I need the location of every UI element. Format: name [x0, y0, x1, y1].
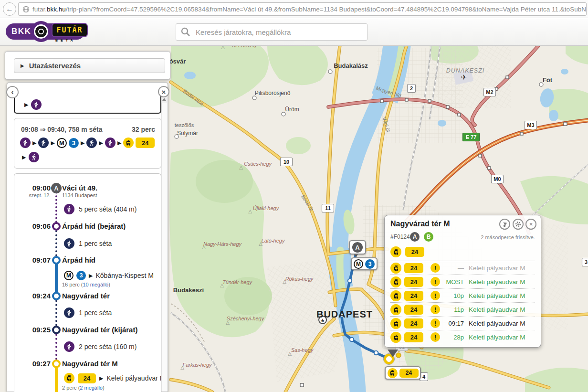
map-label: Újlaki-hegy: [253, 205, 280, 211]
leg-duration: 2 perc (: [62, 385, 80, 391]
popup-routes-row[interactable]: 24: [385, 244, 541, 261]
departure-destination: Keleti pályaudvar M: [469, 334, 525, 341]
then-arrow-icon: ▶: [117, 140, 121, 146]
leg-duration: 16 perc (: [62, 282, 83, 287]
departure-row[interactable]: 24 ! 11p Keleti pályaudvar M: [390, 303, 535, 317]
route-badge: 24: [404, 277, 423, 287]
departure-time: 11p: [440, 306, 464, 313]
close-icon[interactable]: ×: [525, 219, 536, 230]
stop-date: szept. 12.: [16, 192, 51, 198]
svg-text:10: 10: [284, 159, 289, 165]
stops-count-link[interactable]: 2 megálló: [80, 385, 103, 391]
alert-icon: !: [430, 263, 440, 273]
gear-icon[interactable]: [513, 219, 524, 230]
road-shield: 10: [281, 158, 293, 166]
map-label: Fót: [543, 76, 553, 84]
metro-line-3-icon: 3: [69, 138, 79, 148]
road-shield: E 77: [463, 133, 480, 141]
tram-icon: [390, 318, 401, 329]
map-label: Üröm: [285, 106, 299, 113]
leg-metro: M 3 ▶ Kőbánya-Kispest M: [64, 271, 154, 280]
stop-marker: [52, 360, 61, 368]
town-marker: [282, 112, 285, 116]
walk-transfer-icon: [64, 238, 74, 249]
logo-bkk-text: BKK: [11, 27, 31, 36]
svg-text:E 77: E 77: [466, 134, 477, 140]
trip-planner-panel: ▶ Utazástervezés: [5, 51, 170, 80]
then-arrow-icon: ▶: [24, 102, 28, 108]
stop-name: Váci út 49.: [62, 184, 97, 192]
toward-arrow-icon: ▶: [99, 375, 103, 381]
browser-back-button[interactable]: ←: [3, 2, 16, 16]
scrollbar[interactable]: [161, 96, 167, 392]
map-marker-a[interactable]: A: [349, 240, 366, 254]
url-prefix: futar.: [32, 6, 47, 13]
trip-planner-expander[interactable]: ▶ Utazástervezés: [14, 58, 165, 73]
leg-tram: 24 ▶ Keleti pályaudvar M: [64, 373, 161, 383]
svg-text:4: 4: [422, 374, 426, 380]
popup-title: Nagyvárad tér M: [390, 220, 450, 228]
trip-planner-title: Utazástervezés: [29, 62, 81, 70]
leg-text: 1 perc séta: [79, 309, 112, 317]
stop-name: Nagyvárad tér: [62, 292, 110, 300]
itinerary-option[interactable]: 09:08 ⇒ 09:40, 758 m séta 32 perc ▶ ▶ M …: [14, 118, 161, 169]
leg-destination: Keleti pályaudvar M: [106, 374, 161, 382]
road-shield: 3: [582, 258, 588, 266]
stop-name: Nagyvárad tér (kijárat): [62, 326, 137, 334]
departure-destination: Keleti pályaudvar M: [469, 320, 525, 327]
map-label: Budakalász: [334, 62, 368, 69]
leg-walk: 1 perc séta: [64, 307, 112, 318]
stop-name: Nagyvárad tér M: [62, 360, 118, 368]
stop-time: 09:07: [16, 256, 51, 264]
departure-row[interactable]: 24 ! 09:17 Keleti pályaudvar M: [390, 317, 535, 330]
stop-marker: [52, 326, 61, 334]
map-label: Budakeszi: [173, 286, 204, 294]
leg-details: 16 perc (10 megálló): [62, 282, 110, 287]
alert-icon: !: [430, 291, 440, 300]
stop-time: 09:06: [16, 222, 51, 230]
town-marker: [252, 96, 256, 100]
departure-row[interactable]: 24 ! MOST Keleti pályaudvar M: [390, 275, 535, 289]
map-label: Sas-hegy: [291, 347, 314, 353]
popup-pointer: [388, 350, 398, 357]
walk-icon: [29, 152, 39, 162]
search-input[interactable]: [195, 28, 367, 37]
departure-time: 09:17: [440, 320, 464, 327]
departure-row[interactable]: 24 ! 10p Keleti pályaudvar M: [390, 289, 535, 303]
hill-peak-icon: △: [248, 209, 252, 214]
route-badge: 24: [404, 263, 423, 273]
origin-marker: A: [51, 183, 62, 193]
stop-marker: [52, 222, 61, 231]
option-duration: 32 perc: [132, 126, 155, 133]
stop-name: Árpád híd: [62, 256, 95, 264]
hill-peak-icon: △: [239, 165, 243, 170]
wave-icon[interactable]: [499, 219, 510, 230]
logo-futar-text: FUTÁR: [52, 23, 88, 37]
itinerary-option-selected[interactable]: ▶: [14, 95, 161, 114]
stop-time: 09:27: [16, 360, 51, 368]
stops-count-link[interactable]: 10 megálló: [83, 282, 108, 287]
departure-row[interactable]: 24 ! 28p Keleti pályaudvar M: [390, 330, 535, 344]
departure-destination: Keleti pályaudvar M: [469, 306, 525, 313]
timeline-walk-segment: [55, 188, 57, 226]
itinerary-timeline: 09:00 szept. 12. A Váci út 49. 1134 Buda…: [14, 173, 161, 392]
back-button[interactable]: ‹: [6, 86, 19, 98]
walk-icon: [31, 99, 42, 110]
departure-row[interactable]: 24 ! — Keleti pályaudvar M: [390, 261, 535, 275]
address-bar[interactable]: futar.bkk.hu/trip-plan/?fromCoord=47.529…: [18, 2, 587, 16]
tram-icon: [123, 138, 134, 148]
tram-icon: [388, 368, 398, 378]
hill-peak-icon: △: [221, 46, 225, 50]
leg-duration-close: ): [108, 282, 110, 287]
tram-icon: [390, 290, 401, 301]
metro-m-icon: M: [57, 138, 67, 148]
walk-icon: [64, 204, 74, 214]
leg-destination: Kőbánya-Kispest M: [95, 272, 153, 279]
route-badge: 24: [404, 291, 423, 301]
stop-subname: 1134 Budapest: [62, 192, 97, 198]
tram-icon: [390, 246, 401, 257]
close-button[interactable]: ×: [158, 86, 169, 97]
map-marker-tram24[interactable]: 24: [385, 366, 421, 380]
map-label: Kis-Kevély: [232, 46, 257, 48]
map-marker-metro3[interactable]: M 3: [351, 257, 378, 270]
